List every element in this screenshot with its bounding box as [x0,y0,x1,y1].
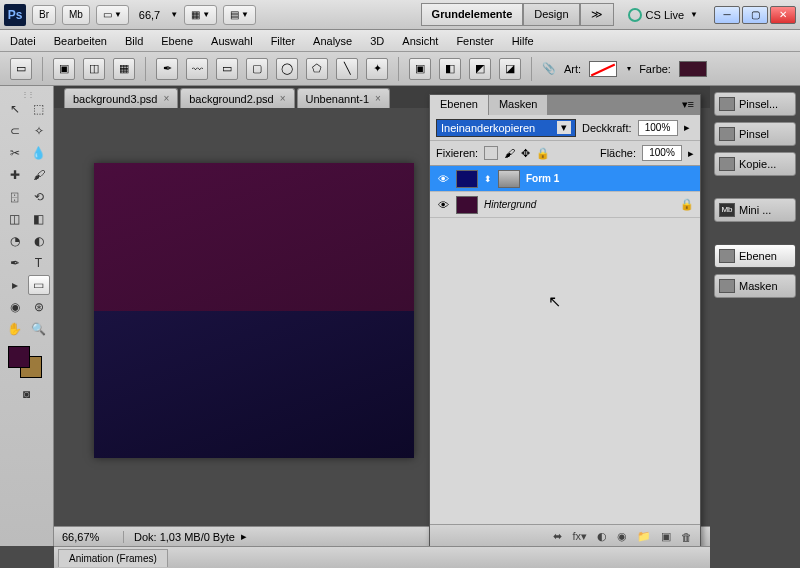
lasso-tool[interactable]: ⊂ [4,121,26,141]
mask-thumbnail[interactable] [498,170,520,188]
menu-3d[interactable]: 3D [370,35,384,47]
tab-masken[interactable]: Masken [489,95,549,115]
layer-row-form1[interactable]: 👁 ⬍ Form 1 [430,166,700,192]
window-minimize[interactable]: ─ [714,6,740,24]
layer-mask-icon[interactable]: ◐ [597,530,607,543]
blur-tool[interactable]: ◔ [4,231,26,251]
lock-all-icon[interactable]: 🔒 [536,147,550,160]
panel-pinsel[interactable]: Pinsel [714,122,796,146]
fill-input[interactable]: 100% [642,145,682,161]
layer-thumbnail[interactable] [456,196,478,214]
lock-transparency-icon[interactable] [484,146,498,160]
hand-tool[interactable]: ✋ [4,319,26,339]
history-brush-tool[interactable]: ⟲ [28,187,50,207]
marquee-tool[interactable]: ⬚ [28,99,50,119]
foreground-color-swatch[interactable] [8,346,30,368]
cs-live-button[interactable]: CS Live ▼ [628,8,698,22]
combine-subtract-icon[interactable]: ◧ [439,58,461,80]
extras-button[interactable]: ▤▼ [223,5,256,25]
visibility-toggle[interactable]: 👁 [436,198,450,212]
line-shape-icon[interactable]: ╲ [336,58,358,80]
tool-preset-icon[interactable]: ▭ [10,58,32,80]
workspace-grundelemente[interactable]: Grundelemente [421,3,524,26]
blend-mode-select[interactable]: Ineinanderkopieren▾ [436,119,576,137]
lock-position-icon[interactable]: ✥ [521,147,530,160]
pen-tool[interactable]: ✒ [4,253,26,273]
layer-name[interactable]: Form 1 [526,173,559,184]
polygon-shape-icon[interactable]: ⬠ [306,58,328,80]
visibility-toggle[interactable]: 👁 [436,172,450,186]
link-layers-icon[interactable]: ⬌ [553,530,562,543]
delete-layer-icon[interactable]: 🗑 [681,531,692,543]
status-zoom[interactable]: 66,67% [54,531,124,543]
close-tab-icon[interactable]: × [375,93,381,104]
path-select-tool[interactable]: ▸ [4,275,26,295]
shape-layers-icon[interactable]: ▣ [53,58,75,80]
panel-kopie[interactable]: Kopie... [714,152,796,176]
panel-minibridge[interactable]: MbMini ... [714,198,796,222]
menu-ebene[interactable]: Ebene [161,35,193,47]
adjustment-layer-icon[interactable]: ◉ [617,530,627,543]
brush-tool[interactable]: 🖌 [28,165,50,185]
menu-analyse[interactable]: Analyse [313,35,352,47]
layer-name[interactable]: Hintergrund [484,199,536,210]
menu-filter[interactable]: Filter [271,35,295,47]
status-info-arrow[interactable]: ▸ [241,530,247,543]
menu-hilfe[interactable]: Hilfe [512,35,534,47]
close-tab-icon[interactable]: × [280,93,286,104]
freeform-pen-icon[interactable]: 〰 [186,58,208,80]
animation-panel-tab[interactable]: Animation (Frames) [58,549,168,567]
minibridge-button[interactable]: Mb [62,5,90,25]
menu-datei[interactable]: Datei [10,35,36,47]
close-tab-icon[interactable]: × [163,93,169,104]
workspace-more[interactable]: ≫ [580,3,614,26]
status-doc-info[interactable]: Dok: 1,03 MB/0 Byte [124,531,235,543]
custom-shape-icon[interactable]: ✦ [366,58,388,80]
menu-auswahl[interactable]: Auswahl [211,35,253,47]
menu-fenster[interactable]: Fenster [456,35,493,47]
zoom-tool[interactable]: 🔍 [28,319,50,339]
3d-tool[interactable]: ◉ [4,297,26,317]
attach-icon[interactable]: 📎 [542,62,556,75]
lock-pixels-icon[interactable]: 🖌 [504,147,515,159]
rect-shape-icon[interactable]: ▭ [216,58,238,80]
combine-exclude-icon[interactable]: ◪ [499,58,521,80]
fill-arrow[interactable]: ▸ [688,147,694,160]
3d-camera-tool[interactable]: ⊛ [28,297,50,317]
toolbox-grip[interactable] [0,90,53,98]
eraser-tool[interactable]: ◫ [4,209,26,229]
zoom-display[interactable]: 66,7 [135,9,164,21]
panel-ebenen[interactable]: Ebenen [714,244,796,268]
doc-tab-1[interactable]: background2.psd× [180,88,294,108]
arrange-button[interactable]: ▦▼ [184,5,217,25]
combine-add-icon[interactable]: ▣ [409,58,431,80]
opacity-arrow[interactable]: ▸ [684,121,690,134]
dodge-tool[interactable]: ◐ [28,231,50,251]
menu-bearbeiten[interactable]: Bearbeiten [54,35,107,47]
panel-pinsel-presets[interactable]: Pinsel... [714,92,796,116]
ellipse-shape-icon[interactable]: ◯ [276,58,298,80]
menu-bild[interactable]: Bild [125,35,143,47]
window-maximize[interactable]: ▢ [742,6,768,24]
layer-row-hintergrund[interactable]: 👁 Hintergrund 🔒 [430,192,700,218]
screen-mode-button[interactable]: ▭▼ [96,5,129,25]
heal-tool[interactable]: ✚ [4,165,26,185]
bridge-button[interactable]: Br [32,5,56,25]
type-tool[interactable]: T [28,253,50,273]
gradient-tool[interactable]: ◧ [28,209,50,229]
paths-icon[interactable]: ◫ [83,58,105,80]
layer-group-icon[interactable]: 📁 [637,530,651,543]
panel-masken[interactable]: Masken [714,274,796,298]
link-icon[interactable]: ⬍ [484,174,492,184]
new-layer-icon[interactable]: ▣ [661,530,671,543]
window-close[interactable]: ✕ [770,6,796,24]
canvas[interactable] [94,163,414,458]
doc-tab-0[interactable]: background3.psd× [64,88,178,108]
rounded-rect-shape-icon[interactable]: ▢ [246,58,268,80]
move-tool[interactable]: ↖ [4,99,26,119]
opacity-input[interactable]: 100% [638,120,678,136]
menu-ansicht[interactable]: Ansicht [402,35,438,47]
fill-pixels-icon[interactable]: ▦ [113,58,135,80]
quickmask-tool[interactable]: ◙ [16,384,38,404]
style-dropdown[interactable]: ▾ [627,64,631,73]
